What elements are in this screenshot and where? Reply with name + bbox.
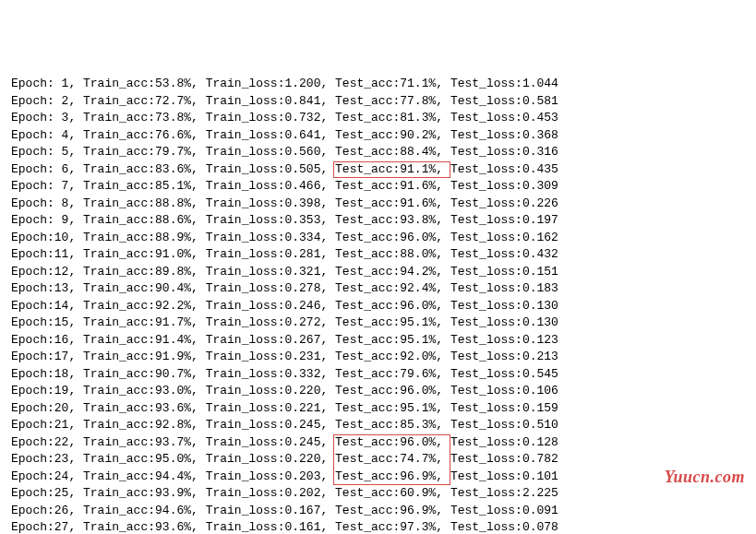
log-line: Epoch:15, Train_acc:91.7%, Train_loss:0.… [11,314,745,332]
watermark-text: Yuucn.com [665,469,745,486]
log-line: Epoch: 1, Train_acc:53.8%, Train_loss:1.… [11,76,745,93]
log-line: Epoch:11, Train_acc:91.0%, Train_loss:0.… [11,246,745,264]
log-line: Epoch: 8, Train_acc:88.8%, Train_loss:0.… [11,196,745,213]
log-line: Epoch:13, Train_acc:90.4%, Train_loss:0.… [11,280,745,298]
training-log: Epoch: 1, Train_acc:53.8%, Train_loss:1.… [11,76,745,534]
log-line: Epoch: 4, Train_acc:76.6%, Train_loss:0.… [11,127,745,145]
log-line: Epoch:25, Train_acc:93.9%, Train_loss:0.… [11,485,745,503]
log-line: Epoch:21, Train_acc:92.8%, Train_loss:0.… [11,417,745,434]
log-line: Epoch: 9, Train_acc:88.6%, Train_loss:0.… [11,212,745,230]
log-line: Epoch: 3, Train_acc:73.8%, Train_loss:0.… [11,110,745,127]
log-line: Epoch:19, Train_acc:93.0%, Train_loss:0.… [11,383,745,400]
log-line: Epoch: 5, Train_acc:79.7%, Train_loss:0.… [11,144,745,161]
log-line: Epoch: 2, Train_acc:72.7%, Train_loss:0.… [11,93,745,111]
log-line: Epoch:18, Train_acc:90.7%, Train_loss:0.… [11,366,745,384]
log-line: Epoch:14, Train_acc:92.2%, Train_loss:0.… [11,298,745,315]
log-line: Epoch:17, Train_acc:91.9%, Train_loss:0.… [11,349,745,366]
log-line: Epoch:24, Train_acc:94.4%, Train_loss:0.… [11,469,745,486]
log-line: Epoch: 6, Train_acc:83.6%, Train_loss:0.… [11,161,745,179]
log-line: Epoch:22, Train_acc:93.7%, Train_loss:0.… [11,434,745,452]
log-line: Epoch:10, Train_acc:88.9%, Train_loss:0.… [11,230,745,247]
log-line: Epoch:12, Train_acc:89.8%, Train_loss:0.… [11,264,745,281]
log-line: Epoch:26, Train_acc:94.6%, Train_loss:0.… [11,503,745,520]
log-line: Epoch:20, Train_acc:93.6%, Train_loss:0.… [11,400,745,418]
log-line: Epoch:23, Train_acc:95.0%, Train_loss:0.… [11,451,745,469]
log-line: Epoch:27, Train_acc:93.6%, Train_loss:0.… [11,519,745,534]
log-line: Epoch: 7, Train_acc:85.1%, Train_loss:0.… [11,178,745,196]
log-line: Epoch:16, Train_acc:91.4%, Train_loss:0.… [11,332,745,350]
